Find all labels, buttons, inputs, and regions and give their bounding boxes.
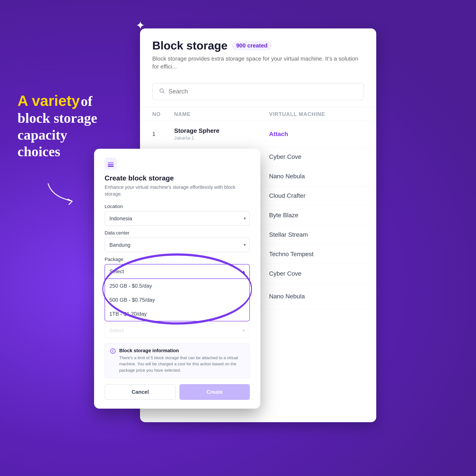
- page-title: Block storage: [152, 39, 227, 52]
- info-text: There's a limit of 5 block storage that …: [119, 355, 244, 374]
- col-vm: Virtuall Machine: [269, 111, 364, 117]
- svg-rect-3: [108, 164, 114, 165]
- location-label: Location: [104, 204, 250, 209]
- modal-icon: [104, 157, 117, 170]
- package-option-250[interactable]: 250 GB - $0.5/day: [105, 279, 249, 293]
- modal-description: Enhance your virtual machine's storage e…: [104, 184, 250, 198]
- datacenter-label: Data center: [104, 230, 250, 236]
- package-option-500[interactable]: 500 GB - $0.75/day: [105, 293, 249, 307]
- table-header: No Name Virtuall Machine: [140, 107, 376, 121]
- extra-select-placeholder: Select: [109, 327, 124, 334]
- package-label: Package: [104, 256, 250, 262]
- svg-rect-4: [108, 166, 114, 167]
- extra-select-wrapper: Select ▾: [104, 323, 250, 338]
- info-icon: [110, 348, 116, 374]
- create-button[interactable]: Create: [179, 384, 250, 400]
- create-block-storage-modal: Create block storage Enhance your virtua…: [94, 149, 260, 409]
- modal-title: Create block storage: [104, 174, 250, 182]
- datacenter-select[interactable]: Bandung: [104, 238, 250, 252]
- arrow-decoration: [44, 179, 74, 206]
- location-select-wrapper[interactable]: Indonesia ▾: [104, 211, 250, 226]
- cancel-button[interactable]: Cancel: [104, 384, 176, 400]
- search-icon: [159, 88, 165, 95]
- location-select[interactable]: Indonesia: [104, 211, 250, 226]
- datacenter-select-wrapper[interactable]: Bandung ▾: [104, 238, 250, 252]
- modal-actions: Cancel Create: [104, 384, 250, 400]
- chevron-up-icon: ▴: [242, 268, 245, 274]
- svg-line-1: [163, 92, 164, 93]
- panel-header: Block storage 900 created Block storage …: [140, 28, 376, 76]
- col-name: Name: [174, 111, 269, 117]
- search-input[interactable]: [169, 88, 357, 95]
- search-bar[interactable]: [152, 83, 364, 100]
- package-dropdown: 250 GB - $0.5/day 500 GB - $0.75/day 1TB…: [104, 279, 250, 321]
- svg-rect-2: [108, 162, 114, 163]
- col-no: No: [152, 111, 174, 117]
- package-option-1tb[interactable]: 1TB - $1.20/day: [105, 307, 249, 321]
- package-select-box[interactable]: Select ▴: [104, 264, 250, 279]
- package-placeholder: Select: [109, 268, 124, 274]
- svg-point-0: [160, 89, 163, 92]
- info-title: Block storage information: [119, 348, 244, 354]
- info-box: Block storage information There's a limi…: [104, 343, 250, 378]
- created-badge: 900 created: [232, 41, 272, 50]
- table-row: 1 Storage Sphere Jakarta-1 Attach: [140, 121, 376, 147]
- panel-description: Block storage provides extra storage spa…: [152, 55, 364, 71]
- chevron-down-icon: ▾: [242, 327, 245, 334]
- variety-text: A variety: [17, 92, 80, 109]
